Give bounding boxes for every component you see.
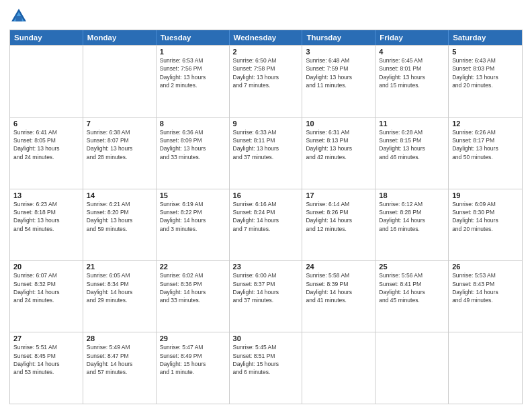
cell-info: Sunrise: 5:51 AM Sunset: 8:45 PM Dayligh…	[13, 343, 79, 376]
cell-info: Sunrise: 5:56 AM Sunset: 8:41 PM Dayligh…	[379, 271, 445, 304]
calendar-cell: 13Sunrise: 6:23 AM Sunset: 8:18 PM Dayli…	[10, 189, 83, 261]
cell-info: Sunrise: 6:14 AM Sunset: 8:26 PM Dayligh…	[306, 200, 371, 233]
day-number: 25	[379, 263, 445, 271]
calendar-cell: 27Sunrise: 5:51 AM Sunset: 8:45 PM Dayli…	[10, 332, 83, 404]
calendar-cell: 12Sunrise: 6:26 AM Sunset: 8:17 PM Dayli…	[449, 118, 522, 189]
header	[9, 7, 523, 26]
weekday-header: Friday	[375, 30, 449, 45]
day-number: 1	[160, 48, 226, 56]
cell-info: Sunrise: 6:36 AM Sunset: 8:09 PM Dayligh…	[160, 128, 226, 161]
cell-info: Sunrise: 5:53 AM Sunset: 8:43 PM Dayligh…	[452, 271, 519, 304]
day-number: 6	[13, 120, 79, 128]
calendar-cell	[302, 332, 375, 404]
calendar-body: 1Sunrise: 6:53 AM Sunset: 7:56 PM Daylig…	[10, 45, 522, 404]
calendar-cell: 23Sunrise: 6:00 AM Sunset: 8:37 PM Dayli…	[230, 261, 303, 332]
day-number: 4	[379, 48, 445, 56]
day-number: 9	[233, 120, 299, 128]
day-number: 20	[13, 263, 79, 271]
cell-info: Sunrise: 6:43 AM Sunset: 8:03 PM Dayligh…	[452, 56, 519, 89]
weekday-header: Thursday	[302, 30, 375, 45]
day-number: 11	[379, 120, 445, 128]
day-number: 30	[233, 334, 299, 342]
day-number: 13	[13, 191, 79, 199]
cell-info: Sunrise: 6:50 AM Sunset: 7:58 PM Dayligh…	[233, 56, 299, 89]
cell-info: Sunrise: 6:02 AM Sunset: 8:36 PM Dayligh…	[160, 271, 226, 304]
cell-info: Sunrise: 6:05 AM Sunset: 8:34 PM Dayligh…	[87, 271, 152, 304]
calendar-cell: 7Sunrise: 6:38 AM Sunset: 8:07 PM Daylig…	[83, 118, 157, 189]
calendar-cell: 22Sunrise: 6:02 AM Sunset: 8:36 PM Dayli…	[157, 261, 230, 332]
cell-info: Sunrise: 6:07 AM Sunset: 8:32 PM Dayligh…	[13, 271, 79, 304]
calendar-cell: 17Sunrise: 6:14 AM Sunset: 8:26 PM Dayli…	[302, 189, 375, 261]
day-number: 28	[87, 334, 152, 342]
cell-info: Sunrise: 6:28 AM Sunset: 8:15 PM Dayligh…	[379, 128, 445, 161]
day-number: 19	[452, 191, 519, 199]
calendar-cell: 15Sunrise: 6:19 AM Sunset: 8:22 PM Dayli…	[157, 189, 230, 261]
calendar-cell: 10Sunrise: 6:31 AM Sunset: 8:13 PM Dayli…	[302, 118, 375, 189]
cell-info: Sunrise: 6:09 AM Sunset: 8:30 PM Dayligh…	[452, 200, 519, 233]
calendar-cell: 28Sunrise: 5:49 AM Sunset: 8:47 PM Dayli…	[83, 332, 157, 404]
calendar-cell: 25Sunrise: 5:56 AM Sunset: 8:41 PM Dayli…	[375, 261, 449, 332]
page: SundayMondayTuesdayWednesdayThursdayFrid…	[0, 0, 532, 411]
day-number: 24	[306, 263, 371, 271]
day-number: 16	[233, 191, 299, 199]
day-number: 8	[160, 120, 226, 128]
calendar-cell: 26Sunrise: 5:53 AM Sunset: 8:43 PM Dayli…	[449, 261, 522, 332]
weekday-header: Monday	[83, 30, 157, 45]
day-number: 18	[379, 191, 445, 199]
calendar-row: 6Sunrise: 6:41 AM Sunset: 8:05 PM Daylig…	[10, 117, 522, 189]
calendar-header: SundayMondayTuesdayWednesdayThursdayFrid…	[10, 30, 522, 45]
calendar-row: 1Sunrise: 6:53 AM Sunset: 7:56 PM Daylig…	[10, 45, 522, 117]
day-number: 2	[233, 48, 299, 56]
calendar-cell: 3Sunrise: 6:48 AM Sunset: 7:59 PM Daylig…	[302, 46, 375, 117]
logo-icon	[9, 7, 28, 26]
cell-info: Sunrise: 6:48 AM Sunset: 7:59 PM Dayligh…	[306, 56, 371, 89]
cell-info: Sunrise: 6:21 AM Sunset: 8:20 PM Dayligh…	[87, 200, 152, 233]
cell-info: Sunrise: 6:31 AM Sunset: 8:13 PM Dayligh…	[306, 128, 371, 161]
day-number: 14	[87, 191, 152, 199]
cell-info: Sunrise: 5:45 AM Sunset: 8:51 PM Dayligh…	[233, 343, 299, 376]
cell-info: Sunrise: 6:19 AM Sunset: 8:22 PM Dayligh…	[160, 200, 226, 233]
calendar-cell	[83, 46, 157, 117]
day-number: 29	[160, 334, 226, 342]
calendar-cell: 6Sunrise: 6:41 AM Sunset: 8:05 PM Daylig…	[10, 118, 83, 189]
weekday-header: Tuesday	[157, 30, 230, 45]
cell-info: Sunrise: 6:38 AM Sunset: 8:07 PM Dayligh…	[87, 128, 152, 161]
calendar-cell: 8Sunrise: 6:36 AM Sunset: 8:09 PM Daylig…	[157, 118, 230, 189]
day-number: 15	[160, 191, 226, 199]
calendar-cell	[10, 46, 83, 117]
day-number: 27	[13, 334, 79, 342]
calendar-row: 20Sunrise: 6:07 AM Sunset: 8:32 PM Dayli…	[10, 260, 522, 332]
calendar-cell	[449, 332, 522, 404]
weekday-header: Wednesday	[230, 30, 303, 45]
calendar-cell: 18Sunrise: 6:12 AM Sunset: 8:28 PM Dayli…	[375, 189, 449, 261]
day-number: 23	[233, 263, 299, 271]
cell-info: Sunrise: 6:26 AM Sunset: 8:17 PM Dayligh…	[452, 128, 519, 161]
cell-info: Sunrise: 6:23 AM Sunset: 8:18 PM Dayligh…	[13, 200, 79, 233]
calendar-cell	[375, 332, 449, 404]
cell-info: Sunrise: 6:12 AM Sunset: 8:28 PM Dayligh…	[379, 200, 445, 233]
calendar-cell: 9Sunrise: 6:33 AM Sunset: 8:11 PM Daylig…	[230, 118, 303, 189]
day-number: 12	[452, 120, 519, 128]
calendar-cell: 30Sunrise: 5:45 AM Sunset: 8:51 PM Dayli…	[230, 332, 303, 404]
calendar-cell: 1Sunrise: 6:53 AM Sunset: 7:56 PM Daylig…	[157, 46, 230, 117]
calendar-cell: 11Sunrise: 6:28 AM Sunset: 8:15 PM Dayli…	[375, 118, 449, 189]
weekday-header: Sunday	[10, 30, 83, 45]
day-number: 17	[306, 191, 371, 199]
calendar-cell: 16Sunrise: 6:16 AM Sunset: 8:24 PM Dayli…	[230, 189, 303, 261]
calendar-cell: 24Sunrise: 5:58 AM Sunset: 8:39 PM Dayli…	[302, 261, 375, 332]
calendar: SundayMondayTuesdayWednesdayThursdayFrid…	[9, 30, 523, 404]
weekday-header: Saturday	[449, 30, 522, 45]
calendar-cell: 2Sunrise: 6:50 AM Sunset: 7:58 PM Daylig…	[230, 46, 303, 117]
cell-info: Sunrise: 5:47 AM Sunset: 8:49 PM Dayligh…	[160, 343, 226, 376]
day-number: 5	[452, 48, 519, 56]
day-number: 26	[452, 263, 519, 271]
logo	[9, 7, 32, 26]
calendar-cell: 14Sunrise: 6:21 AM Sunset: 8:20 PM Dayli…	[83, 189, 157, 261]
calendar-cell: 4Sunrise: 6:45 AM Sunset: 8:01 PM Daylig…	[375, 46, 449, 117]
cell-info: Sunrise: 6:16 AM Sunset: 8:24 PM Dayligh…	[233, 200, 299, 233]
cell-info: Sunrise: 6:45 AM Sunset: 8:01 PM Dayligh…	[379, 56, 445, 89]
calendar-cell: 5Sunrise: 6:43 AM Sunset: 8:03 PM Daylig…	[449, 46, 522, 117]
calendar-cell: 29Sunrise: 5:47 AM Sunset: 8:49 PM Dayli…	[157, 332, 230, 404]
calendar-row: 27Sunrise: 5:51 AM Sunset: 8:45 PM Dayli…	[10, 332, 522, 404]
day-number: 22	[160, 263, 226, 271]
